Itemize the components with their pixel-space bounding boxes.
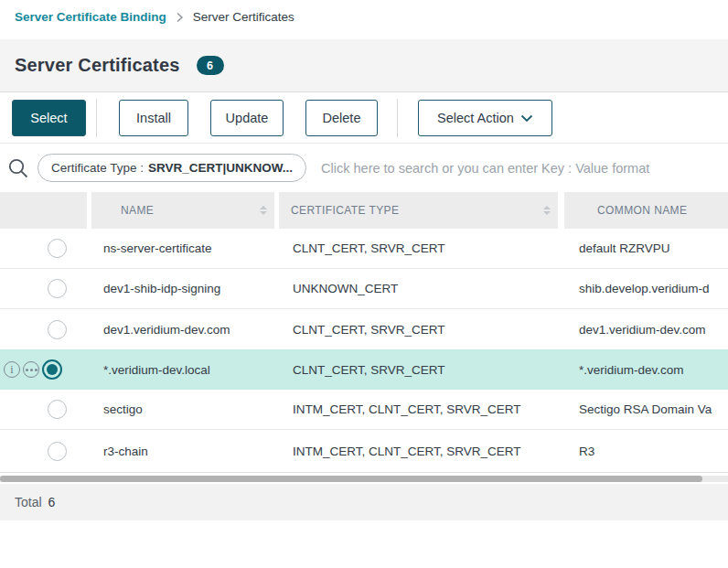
select-action-button[interactable]: Select Action xyxy=(418,100,552,136)
cell-common-name: default RZRVPU xyxy=(564,229,728,268)
install-button[interactable]: Install xyxy=(119,100,188,136)
cell-name: dev1-shib-idp-signing xyxy=(91,269,274,308)
cell-name: *.veridium-dev.local xyxy=(91,349,274,390)
cell-common-name: *.veridium-dev.com xyxy=(564,349,728,390)
page-header: Server Certificates 6 xyxy=(0,39,728,92)
breadcrumb-link[interactable]: Server Certificate Binding xyxy=(15,10,166,24)
row-radio[interactable] xyxy=(48,442,67,461)
breadcrumb: Server Certificate Binding Server Certif… xyxy=(0,0,728,39)
table-footer: Total 6 xyxy=(0,484,728,520)
breadcrumb-current: Server Certificates xyxy=(193,10,294,24)
chevron-right-icon xyxy=(176,12,184,23)
horizontal-scrollbar[interactable] xyxy=(0,476,728,482)
info-icon[interactable]: i xyxy=(4,361,20,378)
table-row[interactable]: sectigo INTM_CERT, CLNT_CERT, SRVR_CERT … xyxy=(0,390,728,430)
search-placeholder: Click here to search or you can enter Ke… xyxy=(321,161,649,176)
cell-name: dev1.veridium-dev.com xyxy=(91,309,274,349)
toolbar-divider xyxy=(397,99,398,137)
table-row[interactable]: dev1-shib-idp-signing UNKNOWN_CERT shib.… xyxy=(0,269,728,309)
column-header-select xyxy=(0,192,87,229)
column-label: COMMON NAME xyxy=(597,204,687,217)
column-label: CERTIFICATE TYPE xyxy=(291,204,399,217)
sort-icon[interactable] xyxy=(543,206,551,215)
toolbar-divider xyxy=(96,99,97,137)
cell-common-name: R3 xyxy=(564,430,728,472)
cell-common-name: shib.develop.veridium-d xyxy=(564,269,728,308)
server-certificates-page: Server Certificate Binding Server Certif… xyxy=(0,0,728,568)
chevron-down-icon xyxy=(520,114,533,123)
cell-certificate-type: UNKNOWN_CERT xyxy=(279,269,558,308)
column-header-certificate-type[interactable]: CERTIFICATE TYPE xyxy=(279,192,558,229)
column-label: NAME xyxy=(121,204,154,217)
table-row[interactable]: ns-server-certificate CLNT_CERT, SRVR_CE… xyxy=(0,229,728,269)
toolbar: Select Install Update Delete Select Acti… xyxy=(0,92,728,144)
cell-certificate-type: CLNT_CERT, SRVR_CERT xyxy=(279,229,558,268)
search-icon xyxy=(7,157,29,179)
row-radio[interactable] xyxy=(48,320,67,339)
row-radio[interactable] xyxy=(48,400,67,419)
total-value: 6 xyxy=(48,495,56,509)
cell-name: ns-server-certificate xyxy=(91,229,274,268)
count-badge: 6 xyxy=(197,56,224,75)
filter-chip-label: Certificate Type : xyxy=(51,161,144,175)
select-action-label: Select Action xyxy=(437,111,514,125)
row-radio[interactable] xyxy=(48,239,67,258)
update-button[interactable]: Update xyxy=(210,100,284,136)
filter-chip-value: SRVR_CERT|UNKNOW... xyxy=(148,161,293,175)
cell-certificate-type: CLNT_CERT, SRVR_CERT xyxy=(279,309,558,349)
table-row[interactable]: r3-chain INTM_CERT, CLNT_CERT, SRVR_CERT… xyxy=(0,430,728,473)
column-header-name[interactable]: NAME xyxy=(91,192,274,229)
cell-name: r3-chain xyxy=(91,430,274,472)
scrollbar-thumb[interactable] xyxy=(0,476,702,482)
select-button[interactable]: Select xyxy=(12,100,86,136)
row-radio[interactable] xyxy=(48,279,67,298)
table-row[interactable]: dev1.veridium-dev.com CLNT_CERT, SRVR_CE… xyxy=(0,309,728,349)
cell-common-name: Sectigo RSA Domain Va xyxy=(564,390,728,429)
filter-chip[interactable]: Certificate Type : SRVR_CERT|UNKNOW... xyxy=(37,154,306,182)
cell-certificate-type: CLNT_CERT, SRVR_CERT xyxy=(279,349,558,390)
column-header-common-name[interactable]: COMMON NAME xyxy=(564,192,728,229)
cell-common-name: dev1.veridium-dev.com xyxy=(564,309,728,349)
ellipsis-icon[interactable] xyxy=(23,361,39,378)
cell-certificate-type: INTM_CERT, CLNT_CERT, SRVR_CERT xyxy=(279,430,558,472)
sort-icon[interactable] xyxy=(260,206,267,215)
table-row-selected[interactable]: i *.veridium-dev.local CLNT_CERT, SRVR_C… xyxy=(0,349,728,390)
delete-button[interactable]: Delete xyxy=(305,100,378,136)
search-bar[interactable]: Certificate Type : SRVR_CERT|UNKNOW... C… xyxy=(0,144,728,192)
page-title: Server Certificates xyxy=(15,55,180,76)
table-header: NAME CERTIFICATE TYPE COMMON NAME xyxy=(0,192,728,229)
row-radio-selected[interactable] xyxy=(42,359,62,380)
cell-name: sectigo xyxy=(91,390,274,429)
cell-certificate-type: INTM_CERT, CLNT_CERT, SRVR_CERT xyxy=(279,390,558,429)
table-body: ns-server-certificate CLNT_CERT, SRVR_CE… xyxy=(0,229,728,473)
total-label: Total xyxy=(15,495,42,509)
